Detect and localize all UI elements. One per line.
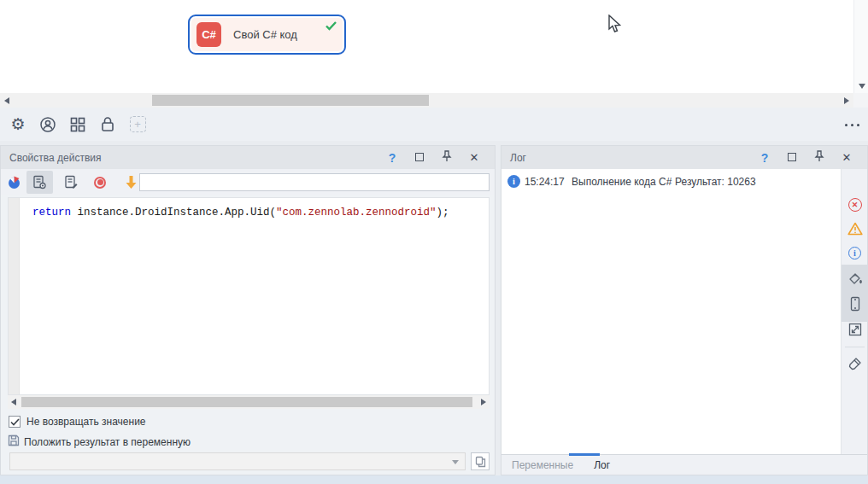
properties-toolbar — [1, 169, 495, 195]
tab-variables[interactable]: Переменные — [501, 455, 584, 475]
scroll-right-arrow-icon[interactable] — [844, 97, 849, 104]
log-panel-title: Лог — [510, 152, 751, 164]
pin-icon[interactable] — [806, 150, 833, 165]
no-return-label: Не возвращать значение — [26, 416, 146, 428]
code-line: return instance.DroidInstance.App.Uid("c… — [32, 207, 449, 219]
filter-errors-icon[interactable]: ✕ — [842, 193, 868, 217]
properties-search-input[interactable] — [139, 173, 490, 191]
highlight-bucket-icon[interactable] — [842, 266, 868, 290]
log-time: 15:24:17 — [525, 176, 565, 188]
put-result-row: Положить результат в переменную — [8, 434, 191, 450]
log-panel: Лог ? ✕ i 15:24:17 Выполнение кода C# Ре… — [501, 145, 868, 475]
info-icon: i — [507, 175, 520, 188]
csharp-badge: C# — [196, 22, 221, 47]
edit-code-icon[interactable] — [58, 171, 84, 194]
canvas-vertical-scrollbar[interactable] — [853, 0, 868, 93]
record-icon[interactable] — [87, 171, 113, 194]
chevron-down-icon — [452, 460, 459, 464]
user-profile-icon[interactable] — [38, 115, 57, 134]
clear-log-brush-icon[interactable] — [842, 352, 868, 376]
code-keyword: return — [32, 207, 71, 219]
code-mid: instance.DroidInstance.App.Uid( — [71, 207, 276, 219]
node-label: Свой C# код — [233, 28, 297, 41]
editor-horizontal-scrollbar[interactable] — [8, 395, 490, 409]
log-list[interactable]: i 15:24:17 Выполнение кода C# Результат:… — [501, 169, 841, 456]
properties-panel-title: Свойства действия — [9, 152, 378, 164]
app-window: C# Свой C# код ⚙ — [0, 0, 868, 484]
variable-select-value — [10, 456, 15, 468]
scrollbar-thumb[interactable] — [152, 95, 429, 106]
device-screen-icon[interactable] — [842, 292, 868, 316]
log-entry[interactable]: i 15:24:17 Выполнение кода C# Результат:… — [501, 174, 841, 190]
divider — [845, 265, 865, 265]
close-icon[interactable]: ✕ — [460, 151, 488, 164]
code-gutter — [9, 198, 20, 394]
scrollbar-thumb[interactable] — [21, 397, 472, 407]
help-icon[interactable]: ? — [378, 151, 406, 165]
canvas-horizontal-scrollbar[interactable] — [0, 93, 853, 108]
maximize-icon[interactable] — [778, 151, 806, 164]
flow-canvas[interactable]: C# Свой C# код — [0, 0, 853, 93]
action-settings-icon[interactable] — [26, 171, 53, 194]
filter-info-icon[interactable]: i — [842, 241, 868, 265]
action-properties-panel: Свойства действия ? ✕ — [0, 145, 496, 475]
scroll-down-arrow-icon[interactable] — [859, 84, 865, 89]
add-element-icon[interactable]: + — [128, 115, 147, 134]
filter-warnings-icon[interactable] — [842, 217, 868, 241]
properties-panel-header: Свойства действия ? ✕ — [1, 146, 495, 169]
divider — [845, 347, 865, 347]
no-return-checkbox-row[interactable]: Не возвращать значение — [9, 416, 146, 428]
more-options-icon[interactable] — [845, 124, 859, 126]
code-string: "com.zennolab.zennodroid" — [276, 207, 437, 219]
put-result-label: Положить результат в переменную — [24, 436, 191, 448]
scroll-left-arrow-icon[interactable] — [4, 97, 9, 104]
run-to-action-icon[interactable] — [1, 171, 26, 194]
log-result: Результат: 10263 — [675, 176, 756, 188]
code-editor[interactable]: return instance.DroidInstance.App.Uid("c… — [8, 197, 490, 395]
log-tabbar: Переменные Лог — [501, 454, 867, 475]
mouse-cursor — [608, 15, 624, 38]
pin-icon[interactable] — [433, 150, 460, 165]
scrollbar-corner — [853, 93, 868, 108]
help-icon[interactable]: ? — [751, 151, 778, 165]
scroll-right-arrow-icon[interactable] — [481, 399, 486, 405]
checkbox-checked[interactable] — [9, 416, 21, 428]
close-icon[interactable]: ✕ — [833, 151, 860, 164]
copy-variable-button[interactable] — [471, 452, 490, 470]
log-message: Выполнение кода C# — [572, 176, 672, 188]
maximize-icon[interactable] — [406, 151, 433, 164]
resize-preview-icon[interactable] — [842, 318, 868, 341]
modules-grid-icon[interactable] — [68, 115, 87, 134]
code-tail: ); — [437, 207, 449, 219]
lock-icon[interactable] — [98, 115, 117, 134]
log-filter-strip: ✕ i — [841, 169, 867, 456]
tab-log[interactable]: Лог — [584, 455, 620, 475]
bottom-strip — [0, 475, 868, 484]
success-check-icon — [326, 19, 337, 34]
save-to-variable-icon — [8, 434, 20, 450]
action-node-csharp-code[interactable]: C# Свой C# код — [188, 15, 346, 55]
variable-select[interactable] — [9, 452, 466, 470]
scroll-left-arrow-icon[interactable] — [11, 399, 16, 405]
settings-gear-icon[interactable]: ⚙ — [9, 115, 27, 134]
canvas-toolbar: ⚙ + — [0, 108, 868, 141]
variable-select-row — [9, 452, 490, 470]
log-panel-header: Лог ? ✕ — [501, 146, 867, 169]
